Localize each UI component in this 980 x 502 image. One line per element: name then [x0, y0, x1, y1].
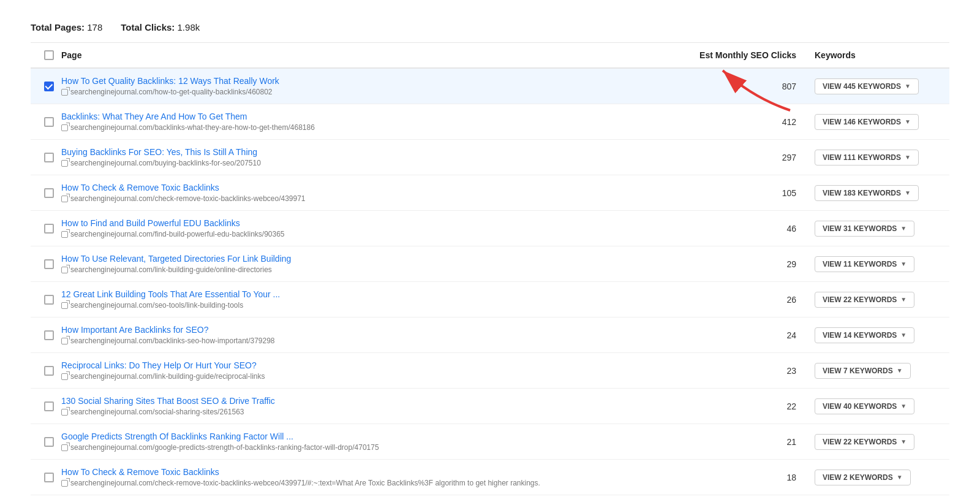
page-title-link[interactable]: Backlinks: What They Are And How To Get … — [61, 112, 698, 121]
select-all-checkbox[interactable] — [44, 50, 54, 60]
page-title-link[interactable]: 130 Social Sharing Sites That Boost SEO … — [61, 396, 698, 406]
row-checkbox-4[interactable] — [44, 188, 54, 198]
chevron-down-icon: ▼ — [900, 332, 907, 338]
clicks-value: 29 — [698, 259, 809, 269]
page-url: searchenginejournal.com/how-to-get-quali… — [61, 88, 698, 96]
view-keywords-button[interactable]: VIEW 111 KEYWORDS ▼ — [815, 150, 919, 165]
page-cell: How To Check & Remove Toxic Backlinks se… — [61, 467, 698, 487]
table-row: Reciprocal Links: Do They Help Or Hurt Y… — [31, 353, 949, 389]
row-checkbox-2[interactable] — [44, 117, 54, 127]
row-checkbox-12[interactable] — [44, 473, 54, 482]
page-url: searchenginejournal.com/backlinks-what-t… — [61, 123, 698, 132]
clicks-value: 807 — [698, 82, 809, 91]
page-cell: 12 Great Link Building Tools That Are Es… — [61, 289, 698, 310]
chevron-down-icon: ▼ — [900, 261, 907, 267]
keywords-cell: VIEW 7 KEYWORDS ▼ — [809, 363, 943, 379]
chevron-down-icon: ▼ — [905, 83, 911, 89]
row-checkbox-8[interactable] — [44, 330, 54, 340]
col-page-header: Page — [61, 50, 698, 60]
keywords-cell: VIEW 14 KEYWORDS ▼ — [809, 327, 943, 343]
keywords-cell: VIEW 445 KEYWORDS ▼ — [809, 78, 943, 94]
page-title-link[interactable]: How To Check & Remove Toxic Backlinks — [61, 183, 698, 192]
page-url: searchenginejournal.com/buying-backlinks… — [61, 159, 698, 167]
external-link-icon — [61, 409, 68, 416]
chevron-down-icon: ▼ — [900, 225, 907, 232]
row-checkbox-1[interactable] — [44, 82, 54, 91]
table-row: How To Check & Remove Toxic Backlinks se… — [31, 460, 949, 495]
clicks-value: 26 — [698, 295, 809, 305]
chevron-down-icon: ▼ — [905, 118, 911, 125]
page-cell: Backlinks: What They Are And How To Get … — [61, 112, 698, 132]
total-clicks: Total Clicks: 1.98k — [121, 22, 200, 32]
page-url: searchenginejournal.com/social-sharing-s… — [61, 408, 698, 416]
table-row: 130 Social Sharing Sites That Boost SEO … — [31, 389, 949, 424]
page-title-link[interactable]: 12 Great Link Building Tools That Are Es… — [61, 289, 698, 299]
chevron-down-icon: ▼ — [900, 403, 907, 409]
row-checkbox-7[interactable] — [44, 295, 54, 305]
chevron-down-icon: ▼ — [905, 189, 911, 196]
external-link-icon — [61, 480, 68, 487]
page-cell: How to Find and Build Powerful EDU Backl… — [61, 218, 698, 238]
page-title-link[interactable]: How To Use Relevant, Targeted Directorie… — [61, 254, 698, 264]
table-row: 12 Great Link Building Tools That Are Es… — [31, 282, 949, 318]
chevron-down-icon: ▼ — [905, 154, 911, 161]
row-checkbox-3[interactable] — [44, 153, 54, 162]
chevron-down-icon: ▼ — [900, 438, 907, 445]
table-row: How To Check & Remove Toxic Backlinks se… — [31, 175, 949, 211]
clicks-value: 297 — [698, 153, 809, 162]
keywords-cell: VIEW 22 KEYWORDS ▼ — [809, 434, 943, 450]
keywords-cell: VIEW 31 KEYWORDS ▼ — [809, 221, 943, 237]
row-checkbox-11[interactable] — [44, 437, 54, 447]
keywords-cell: VIEW 183 KEYWORDS ▼ — [809, 185, 943, 201]
view-keywords-button[interactable]: VIEW 22 KEYWORDS ▼ — [815, 434, 914, 450]
keywords-cell: VIEW 146 KEYWORDS ▼ — [809, 114, 943, 130]
page-url: searchenginejournal.com/link-building-gu… — [61, 372, 698, 381]
col-keywords-header: Keywords — [809, 50, 943, 60]
row-checkbox-6[interactable] — [44, 259, 54, 269]
page-title-link[interactable]: Reciprocal Links: Do They Help Or Hurt Y… — [61, 360, 698, 370]
page-title-link[interactable]: How To Check & Remove Toxic Backlinks — [61, 467, 698, 477]
external-link-icon — [61, 267, 68, 273]
pages-table: Page Est Monthly SEO Clicks Keywords — [31, 43, 949, 495]
external-link-icon — [61, 89, 68, 96]
page-title-link[interactable]: Buying Backlinks For SEO: Yes, This Is S… — [61, 147, 698, 157]
table-header: Page Est Monthly SEO Clicks Keywords — [31, 43, 949, 69]
table-row: How Important Are Backlinks for SEO? sea… — [31, 318, 949, 353]
keywords-cell: VIEW 111 KEYWORDS ▼ — [809, 150, 943, 165]
keywords-cell: VIEW 2 KEYWORDS ▼ — [809, 470, 943, 485]
table-row: How To Get Quality Backlinks: 12 Ways Th… — [31, 69, 949, 104]
page-title-link[interactable]: Google Predicts Strength Of Backlinks Ra… — [61, 432, 698, 441]
view-keywords-button[interactable]: VIEW 22 KEYWORDS ▼ — [815, 292, 914, 308]
external-link-icon — [61, 196, 68, 202]
clicks-value: 22 — [698, 401, 809, 411]
page-cell: How To Use Relevant, Targeted Directorie… — [61, 254, 698, 274]
view-keywords-button[interactable]: VIEW 40 KEYWORDS ▼ — [815, 398, 914, 414]
view-keywords-button[interactable]: VIEW 7 KEYWORDS ▼ — [815, 363, 911, 379]
page-title-link[interactable]: How Important Are Backlinks for SEO? — [61, 325, 698, 335]
page-cell: How Important Are Backlinks for SEO? sea… — [61, 325, 698, 345]
page-cell: How To Get Quality Backlinks: 12 Ways Th… — [61, 76, 698, 96]
clicks-value: 18 — [698, 473, 809, 482]
view-keywords-button[interactable]: VIEW 445 KEYWORDS ▼ — [815, 78, 919, 94]
row-checkbox-5[interactable] — [44, 224, 54, 234]
external-link-icon — [61, 302, 68, 309]
view-keywords-button[interactable]: VIEW 31 KEYWORDS ▼ — [815, 221, 914, 237]
row-checkbox-10[interactable] — [44, 401, 54, 411]
view-keywords-button[interactable]: VIEW 146 KEYWORDS ▼ — [815, 114, 919, 130]
table-row: How To Use Relevant, Targeted Directorie… — [31, 246, 949, 282]
table-row: How to Find and Build Powerful EDU Backl… — [31, 211, 949, 246]
external-link-icon — [61, 231, 68, 238]
chevron-down-icon: ▼ — [900, 296, 907, 303]
row-checkbox-9[interactable] — [44, 366, 54, 376]
page-title-link[interactable]: How to Find and Build Powerful EDU Backl… — [61, 218, 698, 228]
page-title-link[interactable]: How To Get Quality Backlinks: 12 Ways Th… — [61, 76, 698, 86]
external-link-icon — [61, 338, 68, 344]
view-keywords-button[interactable]: VIEW 2 KEYWORDS ▼ — [815, 470, 911, 485]
chevron-down-icon: ▼ — [897, 474, 903, 481]
table-row: Google Predicts Strength Of Backlinks Ra… — [31, 424, 949, 460]
col-clicks-header: Est Monthly SEO Clicks — [698, 50, 809, 60]
view-keywords-button[interactable]: VIEW 14 KEYWORDS ▼ — [815, 327, 914, 343]
view-keywords-button[interactable]: VIEW 11 KEYWORDS ▼ — [815, 256, 914, 272]
view-keywords-button[interactable]: VIEW 183 KEYWORDS ▼ — [815, 185, 919, 201]
clicks-value: 412 — [698, 117, 809, 127]
